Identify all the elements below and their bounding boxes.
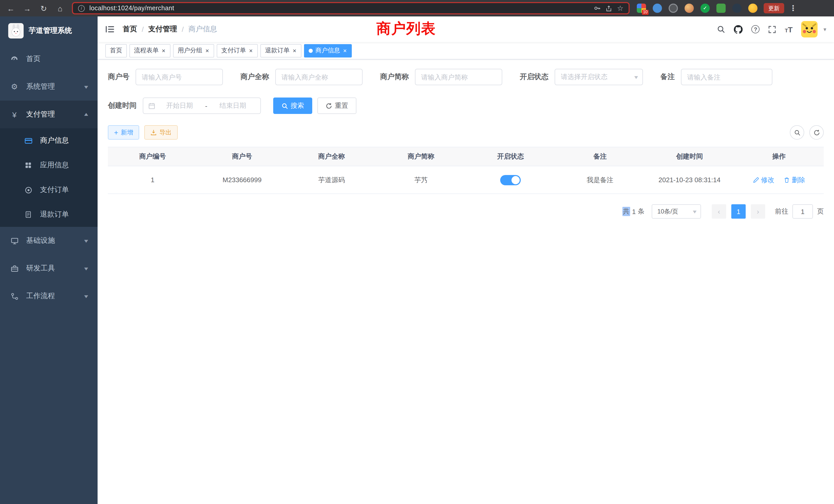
extension-icon[interactable]: 10 [637,4,646,13]
close-icon[interactable]: × [161,47,166,54]
page-1-button[interactable]: 1 [731,204,746,219]
chevron-down-icon: ▾ [693,208,697,215]
page-size-select[interactable]: 10条/页 ▾ [652,204,701,219]
share-icon[interactable] [606,5,612,12]
logo-image [8,23,24,39]
extension-icon[interactable]: ✓ [701,4,710,13]
close-icon[interactable]: × [248,47,253,54]
extension-icon[interactable] [653,4,662,13]
site-info-icon[interactable]: i [78,5,85,12]
sidebar-item-refund-order[interactable]: 退款订单 [0,202,97,227]
sidebar-item-label: 退款订单 [40,210,69,219]
browser-forward-button[interactable]: → [23,4,32,12]
extension-icon[interactable] [668,4,678,13]
sidebar-item-system[interactable]: ⚙ 系统管理 ▾ [0,73,97,100]
close-icon[interactable]: × [292,47,297,54]
merchant-no-label: 商户号 [108,72,129,82]
tab-label: 支付订单 [221,46,246,55]
breadcrumb-section[interactable]: 支付管理 [148,25,177,34]
app-logo[interactable]: 芋道管理系统 [0,17,97,45]
reset-button[interactable]: 重置 [317,97,356,114]
active-tab-dot [309,48,313,53]
edit-link[interactable]: 修改 [753,175,774,184]
tab-refund-order[interactable]: 退款订单 × [260,44,302,57]
filter-full-name: 商户全称 [240,69,363,85]
delete-link[interactable]: 删除 [784,175,805,184]
sidebar-item-infrastructure[interactable]: 基础设施 ▾ [0,227,97,255]
search-icon[interactable] [717,25,725,33]
refresh-button[interactable] [809,125,824,140]
browser-back-button[interactable]: ← [6,4,16,12]
merchant-no-input[interactable] [136,69,223,85]
column-header-merchant-no: 商户号 [197,147,287,166]
page-annotation: 商户列表 [376,19,436,39]
chevron-down-icon: ▾ [85,265,88,272]
browser-update-button[interactable]: 更新 [764,3,784,13]
extension-badge: 10 [642,10,649,15]
tab-process-form[interactable]: 流程表单 × [129,44,171,57]
toolbox-icon [10,265,19,272]
url-text[interactable]: localhost:1024/pay/merchant [89,5,589,12]
chevron-down-icon: ▾ [85,84,88,90]
short-name-input[interactable] [415,69,502,85]
sidebar-item-app-info[interactable]: 应用信息 [0,153,97,178]
extension-icon[interactable] [717,4,726,13]
sidebar-toggle-icon[interactable] [105,25,114,34]
table-toolbar: + 新增 导出 [108,125,824,140]
goto-page-input[interactable] [792,204,813,219]
remark-input[interactable] [681,69,772,85]
search-button[interactable]: 搜索 [273,97,312,114]
app-frame: 芋道管理系统 首页 ⚙ 系统管理 ▾ ¥ 支付管理 [0,17,834,504]
fullscreen-icon[interactable] [768,25,776,33]
password-key-icon[interactable] [594,5,601,12]
cell-merchant-no: M233666999 [197,166,287,194]
toggle-search-button[interactable] [790,125,804,140]
tab-pay-order[interactable]: 支付订单 × [217,44,258,57]
page-size-value: 10条/页 [657,207,694,216]
status-select-placeholder: 请选择开启状态 [561,72,635,82]
sidebar-item-devtools[interactable]: 研发工具 ▾ [0,255,97,282]
browser-home-button[interactable]: ⌂ [56,4,65,12]
user-avatar[interactable] [802,21,818,38]
extension-icon[interactable] [732,4,742,13]
status-select[interactable]: 请选择开启状态 ▾ [555,69,643,85]
help-icon[interactable]: ? [751,25,760,33]
github-icon[interactable] [734,25,743,33]
prev-page-button[interactable]: ‹ [712,204,726,219]
sidebar-item-home[interactable]: 首页 [0,45,97,73]
yen-icon: ¥ [10,110,19,119]
font-size-icon[interactable]: TT [785,25,793,33]
chevron-down-icon: ▾ [635,74,638,80]
column-header-status: 开启状态 [466,147,555,166]
address-bar[interactable]: i localhost:1024/pay/merchant ☆ [72,2,630,14]
short-name-label: 商户简称 [380,72,409,82]
next-page-button[interactable]: › [751,204,765,219]
sidebar-item-merchant-info[interactable]: 商户信息 [0,128,97,153]
tab-home[interactable]: 首页 [105,44,127,57]
close-icon[interactable]: × [343,47,347,54]
extension-icon[interactable] [684,4,694,13]
breadcrumb-home[interactable]: 首页 [123,25,137,34]
browser-reload-button[interactable]: ↻ [39,4,48,12]
browser-menu-icon[interactable]: ⋮ [789,4,797,13]
remark-label: 备注 [660,72,675,82]
status-toggle[interactable] [500,175,521,185]
tab-user-group[interactable]: 用户分组 × [173,44,214,57]
date-separator: - [204,102,208,110]
create-time-range-picker[interactable]: 开始日期 - 结束日期 [143,97,261,114]
tab-merchant-info[interactable]: 商户信息 × [304,44,352,57]
tab-label: 首页 [110,46,122,55]
sidebar-item-pay-order[interactable]: 支付订单 [0,178,97,202]
sidebar-item-workflow[interactable]: 工作流程 ▾ [0,282,97,310]
filter-create-time: 创建时间 开始日期 - 结束日期 [108,97,261,114]
full-name-input[interactable] [275,69,363,85]
extension-icon[interactable] [748,4,758,13]
bookmark-star-icon[interactable]: ☆ [617,4,623,12]
sidebar: 芋道管理系统 首页 ⚙ 系统管理 ▾ ¥ 支付管理 [0,17,97,504]
export-button[interactable]: 导出 [144,125,178,140]
chevron-down-icon[interactable]: ▾ [824,26,826,32]
close-icon[interactable]: × [205,47,210,54]
payment-submenu: 商户信息 应用信息 支付订单 [0,128,97,227]
add-button[interactable]: + 新增 [108,125,139,140]
sidebar-item-payment[interactable]: ¥ 支付管理 ▾ [0,100,97,128]
